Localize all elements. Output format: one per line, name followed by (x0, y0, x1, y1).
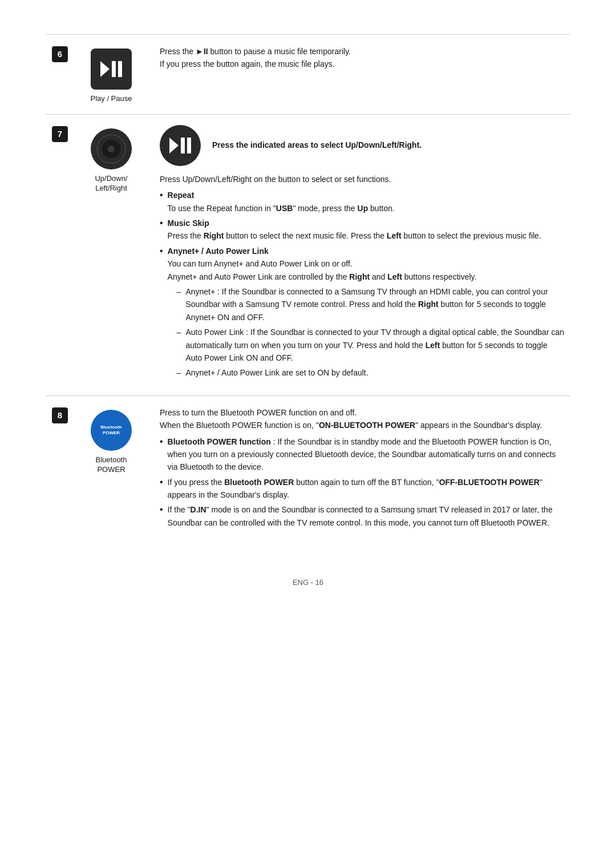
section-8-bullets: Bluetooth POWER function : If the Soundb… (160, 435, 565, 530)
bullet-anynet: Anynet+ / Auto Power Link You can turn A… (160, 245, 565, 382)
section-6: 6 Play / Pause Press the ►II button to p… (46, 34, 570, 114)
num-badge-8: 8 (52, 407, 68, 423)
play-pause-symbol-svg (99, 60, 123, 78)
section-7-intro: Press Up/Down/Left/Right on the button t… (160, 173, 565, 185)
inline-icon-row: Press the indicated areas to select Up/D… (160, 125, 565, 166)
section-7: 7 Up/Down/Left/Right (46, 114, 570, 395)
section-7-num: 7 (46, 125, 74, 385)
num-badge-6: 6 (52, 46, 68, 62)
updown-svg (96, 134, 126, 164)
svg-rect-1 (112, 61, 116, 77)
svg-rect-7 (181, 138, 185, 154)
svg-rect-8 (187, 138, 191, 154)
bluetooth-power-icon: Bluetooth POWER (91, 410, 132, 451)
section-7-icon-col: Up/Down/Left/Right (74, 125, 148, 385)
bt-power-line2: POWER (103, 430, 120, 436)
page: 6 Play / Pause Press the ►II button to p… (0, 0, 616, 844)
footer-text: ENG - 16 (293, 578, 323, 587)
num-badge-7: 7 (52, 126, 68, 142)
bullet-bt-off: If you press the Bluetooth POWER button … (160, 476, 565, 502)
section-8-intro: Press to turn the Bluetooth POWER functi… (160, 406, 565, 432)
inline-icon-text: Press the indicated areas to select Up/D… (212, 139, 422, 151)
sub-bullet-anynet-default: Anynet+ / Auto Power Link are set to ON … (177, 366, 565, 379)
updown-label: Up/Down/Left/Right (95, 174, 127, 193)
play-pause-icon (91, 49, 132, 90)
sub-bullet-auto-power-link: Auto Power Link : If the Soundbar is con… (177, 326, 565, 364)
section-6-icon-col: Play / Pause (74, 45, 148, 104)
play-pause-label: Play / Pause (91, 94, 132, 104)
section-8-icon-col: Bluetooth POWER BluetoothPOWER (74, 406, 148, 533)
bullet-bt-power-function: Bluetooth POWER function : If the Soundb… (160, 435, 565, 474)
section-6-content: Press the ►II button to pause a music fi… (148, 45, 570, 104)
section-8-content: Press to turn the Bluetooth POWER functi… (148, 406, 570, 533)
bullet-din-mode: If the "D.IN" mode is on and the Soundba… (160, 503, 565, 529)
svg-marker-0 (100, 61, 110, 77)
section-7-sub-bullets: Anynet+ : If the Soundbar is connected t… (177, 285, 565, 379)
bullet-repeat: Repeat To use the Repeat function in "US… (160, 189, 565, 215)
bluetooth-power-label: BluetoothPOWER (96, 455, 127, 475)
sub-bullet-anynet-hdmi: Anynet+ : If the Soundbar is connected t… (177, 285, 565, 324)
section-8: 8 Bluetooth POWER BluetoothPOWER Press t… (46, 395, 570, 543)
svg-marker-6 (169, 138, 179, 154)
section-7-bullets: Repeat To use the Repeat function in "US… (160, 189, 565, 381)
updown-icon (91, 128, 132, 169)
bt-power-line1: Bluetooth (100, 425, 121, 430)
section-6-text: Press the ►II button to pause a music fi… (160, 45, 565, 71)
svg-rect-2 (118, 61, 122, 77)
bullet-music-skip: Music Skip Press the Right button to sel… (160, 217, 565, 243)
section-7-content: Press the indicated areas to select Up/D… (148, 125, 570, 385)
section-6-num: 6 (46, 45, 74, 104)
svg-point-5 (108, 146, 115, 152)
page-footer: ENG - 16 (46, 577, 570, 588)
inline-updown-icon (160, 125, 201, 166)
section-8-num: 8 (46, 406, 74, 533)
inline-play-pause-svg (168, 136, 192, 155)
